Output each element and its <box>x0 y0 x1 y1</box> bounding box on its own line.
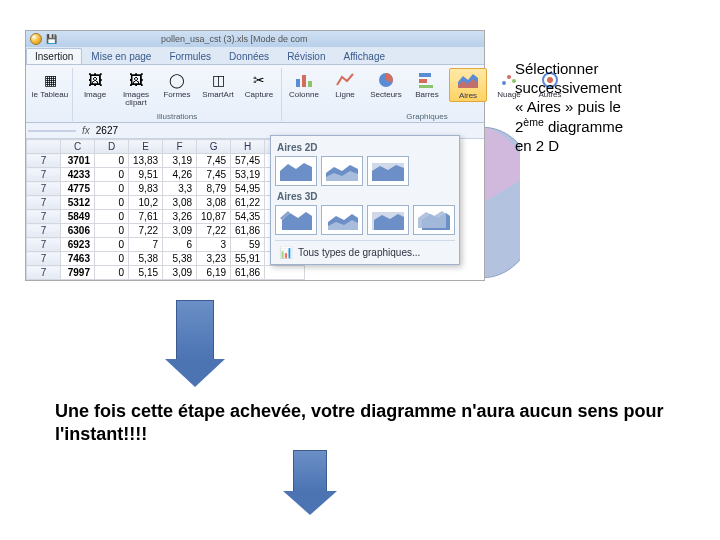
cell[interactable]: 61,22 <box>231 196 265 210</box>
cell[interactable]: 6923 <box>61 238 95 252</box>
cell[interactable]: 61,86 <box>231 266 265 280</box>
cell[interactable]: 3,09 <box>163 224 197 238</box>
row-header[interactable]: 7 <box>27 252 61 266</box>
row-header[interactable]: 7 <box>27 224 61 238</box>
cell[interactable]: 10,2 <box>129 196 163 210</box>
fx-icon[interactable]: fx <box>82 125 90 136</box>
cell[interactable]: 3,08 <box>163 196 197 210</box>
cell[interactable]: 7997 <box>61 266 95 280</box>
col-header[interactable]: G <box>197 140 231 154</box>
area-chart-button[interactable]: Aires <box>449 68 487 102</box>
line-chart-button[interactable]: Ligne <box>326 68 364 100</box>
cell[interactable]: 3,3 <box>163 182 197 196</box>
cell[interactable]: 0 <box>95 182 129 196</box>
office-orb[interactable] <box>30 33 42 45</box>
col-header[interactable]: E <box>129 140 163 154</box>
col-header[interactable]: C <box>61 140 95 154</box>
cell[interactable]: 9,83 <box>129 182 163 196</box>
shapes-button[interactable]: ◯Formes <box>158 68 196 100</box>
cell[interactable]: 7,22 <box>129 224 163 238</box>
qat-save-icon[interactable]: 💾 <box>46 34 57 44</box>
cell[interactable]: 54,95 <box>231 182 265 196</box>
cell[interactable]: 8,79 <box>197 182 231 196</box>
area2d-option-1[interactable] <box>275 156 317 186</box>
col-header[interactable]: F <box>163 140 197 154</box>
cell[interactable]: 7,45 <box>197 168 231 182</box>
row-header[interactable]: 7 <box>27 266 61 280</box>
clipart-button[interactable]: 🖼Images clipart <box>117 68 155 108</box>
cell[interactable]: 5,38 <box>129 252 163 266</box>
column-chart-button[interactable]: Colonne <box>285 68 323 100</box>
cell[interactable]: 54,35 <box>231 210 265 224</box>
capture-button[interactable]: ✂Capture <box>240 68 278 100</box>
area3d-option-3[interactable] <box>367 205 409 235</box>
cell[interactable]: 59 <box>231 238 265 252</box>
row-header[interactable]: 7 <box>27 196 61 210</box>
cell[interactable]: 0 <box>95 238 129 252</box>
table-button[interactable]: ▦ le Tableau <box>31 68 69 100</box>
cell[interactable]: 55,91 <box>231 252 265 266</box>
col-header[interactable]: H <box>231 140 265 154</box>
cell[interactable]: 5,15 <box>129 266 163 280</box>
cell[interactable]: 4,26 <box>163 168 197 182</box>
cell[interactable]: 5312 <box>61 196 95 210</box>
pie-chart-button[interactable]: Secteurs <box>367 68 405 100</box>
cell[interactable]: 0 <box>95 224 129 238</box>
area3d-option-1[interactable] <box>275 205 317 235</box>
cell[interactable]: 4775 <box>61 182 95 196</box>
area3d-option-4[interactable] <box>413 205 455 235</box>
cell[interactable]: 3,23 <box>197 252 231 266</box>
row-header[interactable]: 7 <box>27 154 61 168</box>
tab-donnees[interactable]: Données <box>220 48 278 64</box>
cell[interactable]: 0 <box>95 210 129 224</box>
row-header[interactable]: 7 <box>27 182 61 196</box>
cell[interactable]: 6306 <box>61 224 95 238</box>
cell[interactable]: 3 <box>197 238 231 252</box>
cell[interactable]: 9,51 <box>129 168 163 182</box>
area2d-option-3[interactable] <box>367 156 409 186</box>
cell[interactable]: 5,38 <box>163 252 197 266</box>
cell[interactable]: 0 <box>95 154 129 168</box>
cell[interactable]: 0 <box>95 168 129 182</box>
tab-affichage[interactable]: Affichage <box>334 48 394 64</box>
cell[interactable]: 7,61 <box>129 210 163 224</box>
cell[interactable]: 10,87 <box>197 210 231 224</box>
cell[interactable] <box>265 266 305 280</box>
cell[interactable]: 3,08 <box>197 196 231 210</box>
cell[interactable]: 0 <box>95 252 129 266</box>
area2d-option-2[interactable] <box>321 156 363 186</box>
cell[interactable]: 6 <box>163 238 197 252</box>
cell[interactable]: 0 <box>95 266 129 280</box>
row-header[interactable]: 7 <box>27 210 61 224</box>
row-header[interactable]: 7 <box>27 168 61 182</box>
tab-mise-en-page[interactable]: Mise en page <box>82 48 160 64</box>
row-header[interactable]: 7 <box>27 238 61 252</box>
bar-chart-button[interactable]: Barres <box>408 68 446 100</box>
cell[interactable]: 6,19 <box>197 266 231 280</box>
all-chart-types-link[interactable]: 📊 Tous types de graphiques... <box>275 240 455 260</box>
col-header[interactable]: D <box>95 140 129 154</box>
cell[interactable]: 7,45 <box>197 154 231 168</box>
cell[interactable]: 53,19 <box>231 168 265 182</box>
cell[interactable]: 13,83 <box>129 154 163 168</box>
cell[interactable]: 3,26 <box>163 210 197 224</box>
image-button[interactable]: 🖼Image <box>76 68 114 100</box>
cell[interactable]: 5849 <box>61 210 95 224</box>
area3d-option-2[interactable] <box>321 205 363 235</box>
cell[interactable]: 0 <box>95 196 129 210</box>
name-box[interactable] <box>28 130 76 132</box>
tab-insertion[interactable]: Insertion <box>26 48 82 64</box>
cell[interactable]: 3,09 <box>163 266 197 280</box>
cell[interactable]: 7463 <box>61 252 95 266</box>
cell[interactable]: 7,22 <box>197 224 231 238</box>
cell[interactable]: 61,86 <box>231 224 265 238</box>
tab-formules[interactable]: Formules <box>160 48 220 64</box>
formula-value[interactable]: 2627 <box>96 125 118 136</box>
cell[interactable]: 4233 <box>61 168 95 182</box>
cell[interactable]: 7 <box>129 238 163 252</box>
cell[interactable]: 57,45 <box>231 154 265 168</box>
cell[interactable]: 3701 <box>61 154 95 168</box>
smartart-button[interactable]: ◫SmartArt <box>199 68 237 100</box>
cell[interactable]: 3,19 <box>163 154 197 168</box>
tab-revision[interactable]: Révision <box>278 48 334 64</box>
